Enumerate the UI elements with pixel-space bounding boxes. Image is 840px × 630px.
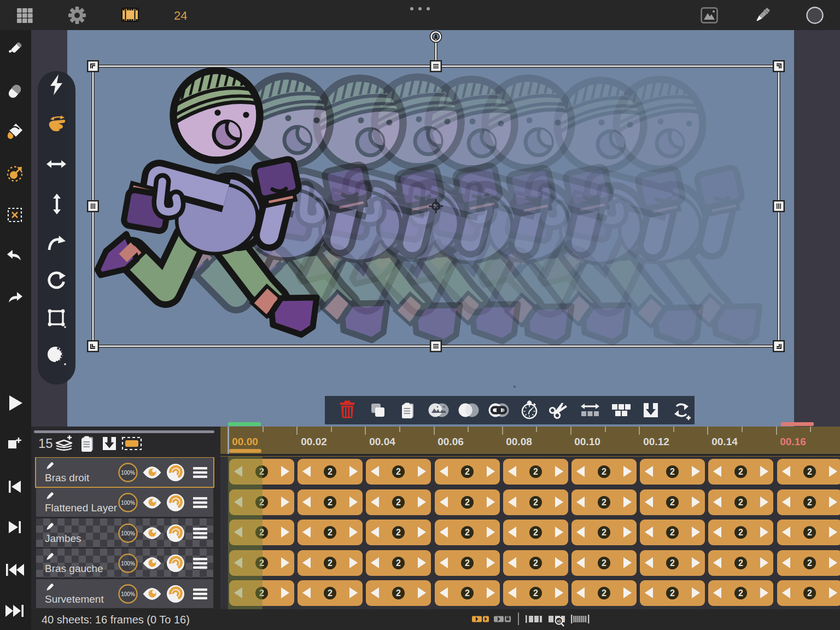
svg-text:100%: 100% bbox=[121, 561, 135, 567]
svg-text:100%: 100% bbox=[121, 470, 135, 476]
svg-text:100%: 100% bbox=[121, 591, 135, 597]
svg-text:100%: 100% bbox=[121, 530, 135, 536]
svg-text:100%: 100% bbox=[121, 500, 135, 506]
svg-text:x1: x1 bbox=[557, 619, 561, 623]
